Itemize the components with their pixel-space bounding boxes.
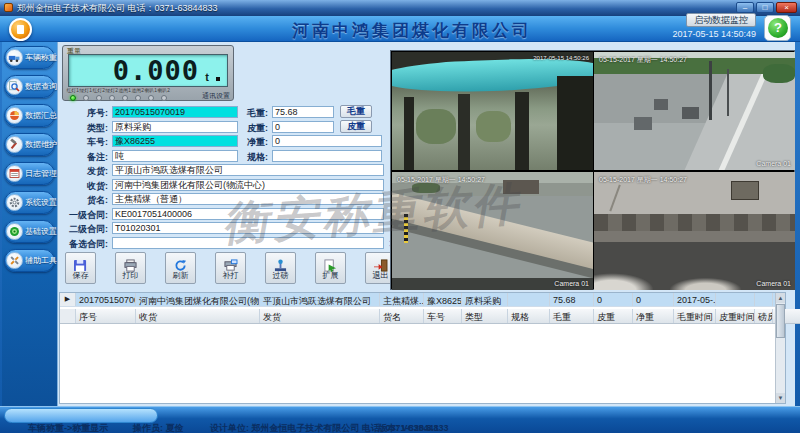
sidebar-item-data-query[interactable]: 数据查询 bbox=[4, 75, 55, 98]
statusbar: 车辆称重->称重显示 操作员: 夏俭 设计单位: 郑州金恒电子技术有限公司 电话… bbox=[0, 406, 800, 433]
status-operator: 操作员: 夏俭 bbox=[133, 422, 184, 433]
sidebar-item-basic-settings[interactable]: 基础设置 bbox=[4, 220, 55, 243]
table-cell: 序号 bbox=[76, 309, 136, 323]
company-title: 河南中鸿集团煤化有限公司 bbox=[292, 19, 532, 42]
pie-chart-icon bbox=[6, 107, 23, 124]
table-cell: 毛重 bbox=[550, 309, 594, 323]
table-cell: 车号 bbox=[424, 309, 462, 323]
start-monitor-button[interactable]: 启动数据监控 bbox=[686, 13, 756, 27]
receiver-label: 收货: bbox=[50, 180, 108, 193]
indicator-label: 喇叭2 bbox=[157, 87, 169, 94]
indicator-喇叭2: 喇叭2 bbox=[157, 86, 170, 101]
titlebar-title: 郑州金恒电子技术有限公司 电话：0371-63844833 bbox=[17, 2, 218, 15]
contract1-label: 一级合同: bbox=[50, 209, 108, 222]
sidebar-item-label: 车辆称重 bbox=[25, 52, 57, 63]
titlebar: 郑州金恒电子技术有限公司 电话：0371-63844833 – □ × bbox=[0, 0, 800, 16]
truck-no-label: 车号: bbox=[50, 136, 108, 149]
scroll-up-icon[interactable]: ▲ bbox=[776, 293, 785, 303]
close-button[interactable]: × bbox=[776, 2, 797, 13]
status-nav: 车辆称重->称重显示 bbox=[28, 422, 108, 433]
print-button[interactable]: 打印 bbox=[115, 252, 146, 284]
indicator-label: 喇叭1 bbox=[144, 87, 156, 94]
gross-field[interactable]: 75.68 bbox=[272, 106, 334, 118]
table-cell: 0 bbox=[633, 293, 674, 306]
indicator-light bbox=[148, 95, 154, 101]
scrollbar-thumb[interactable] bbox=[776, 304, 785, 338]
net-field[interactable]: 0 bbox=[272, 135, 382, 147]
indicator-label: 道闸1 bbox=[118, 87, 130, 94]
indicator-道闸2: 道闸2 bbox=[131, 86, 144, 101]
table-row[interactable]: ▶20170515070019河南中鸿集团煤化有限公司(物流中心)平顶山市鸿跃选… bbox=[60, 293, 785, 307]
expand-button-label: 扩展 bbox=[316, 272, 345, 280]
sidebar: 车辆称重 数据查询 数据汇总 数据维护 日志管理 系统设置 基础设置 辅助工具 bbox=[2, 42, 57, 429]
scroll-down-icon[interactable]: ▼ bbox=[776, 393, 785, 403]
tare-field[interactable]: 0 bbox=[272, 121, 334, 133]
scene-layer-trees bbox=[763, 64, 795, 83]
table-header: 序号收货发货货名车号类型规格毛重皮重净重毛重时间皮重时间磅房1 bbox=[60, 309, 800, 324]
contract-alt-field[interactable] bbox=[112, 237, 384, 249]
expand-button[interactable]: 扩展 bbox=[315, 252, 346, 284]
table-cell: 磅房1 bbox=[755, 309, 773, 323]
indicator-label: 红灯2 bbox=[92, 87, 104, 94]
table-cell: 规格 bbox=[508, 309, 550, 323]
indicator-light bbox=[83, 95, 89, 101]
shipper-field[interactable]: 平顶山市鸿跃选煤有限公司 bbox=[112, 164, 384, 176]
weigh-button[interactable]: 过磅 bbox=[265, 252, 296, 284]
sidebar-item-vehicle-weighing[interactable]: 车辆称重 bbox=[4, 46, 55, 69]
vertical-scrollbar[interactable]: ▲ ▼ bbox=[775, 293, 785, 403]
maximize-button[interactable]: □ bbox=[756, 2, 774, 13]
save-button[interactable]: 保存 bbox=[65, 252, 96, 284]
indicator-红灯2: 红灯2 bbox=[92, 86, 105, 101]
row-selector-cell bbox=[60, 309, 76, 323]
camera-tile-4[interactable]: 05-15-2017 星期一 14:50:27 Camera 01 bbox=[594, 172, 795, 290]
net-label: 净重: bbox=[210, 136, 268, 149]
camera-tile-2[interactable]: 05-15-2017 星期一 14:50:27 Camera 01 bbox=[594, 52, 795, 170]
scene-layer bbox=[515, 92, 529, 170]
receiver-field[interactable]: 河南中鸿集团煤化有限公司(物流中心) bbox=[112, 179, 384, 191]
table-cell: 75.68 bbox=[550, 293, 594, 306]
exit-door-icon bbox=[373, 259, 388, 272]
indicator-label: 红灯1 bbox=[66, 87, 78, 94]
gross-weigh-button[interactable]: 毛重 bbox=[340, 105, 372, 118]
minimize-button[interactable]: – bbox=[736, 2, 754, 13]
contract-alt-label: 备选合同: bbox=[50, 238, 108, 251]
seq-label: 序号: bbox=[50, 107, 108, 120]
sidebar-item-log-management[interactable]: 日志管理 bbox=[4, 162, 55, 185]
scene-layer-block bbox=[634, 117, 652, 130]
reprint-button[interactable]: 补打 bbox=[215, 252, 246, 284]
contract2-field[interactable]: T01020301 bbox=[112, 222, 384, 234]
scene-layer bbox=[557, 76, 593, 170]
scene-layer-gravel bbox=[594, 214, 795, 231]
crossed-wrenches-icon bbox=[6, 252, 23, 269]
table-cell: 收货 bbox=[136, 309, 260, 323]
sidebar-item-system-settings[interactable]: 系统设置 bbox=[4, 191, 55, 214]
sidebar-item-aux-tools[interactable]: 辅助工具 bbox=[4, 249, 55, 272]
truck-icon bbox=[6, 49, 23, 66]
tare-weigh-button[interactable]: 皮重 bbox=[340, 120, 372, 133]
remark-label: 备注: bbox=[50, 151, 108, 164]
camera-panel: 2017-05-15 14:50:26 05-15-2017 星期一 14:50… bbox=[390, 50, 795, 290]
indicator-label: 绿灯2 bbox=[105, 87, 117, 94]
help-button[interactable]: ? bbox=[764, 15, 791, 41]
tare-label: 皮重: bbox=[210, 122, 268, 135]
refresh-button[interactable]: 刷新 bbox=[165, 252, 196, 284]
table-cell: 主焦精煤... bbox=[380, 293, 424, 306]
table-cell: 毛重时间 bbox=[674, 309, 716, 323]
camera3-timestamp: 05-15-2017 星期一 14:50:27 bbox=[397, 175, 485, 185]
indicator-light bbox=[96, 95, 102, 101]
scene-layer-trees bbox=[476, 111, 510, 142]
type-label: 类型: bbox=[50, 122, 108, 135]
contract1-field[interactable]: KE0017051400006 bbox=[112, 208, 384, 220]
camera-tile-1[interactable]: 2017-05-15 14:50:26 bbox=[392, 52, 593, 170]
scene-layer-block bbox=[682, 107, 698, 119]
goods-field[interactable]: 主焦精煤（普通） bbox=[112, 193, 384, 205]
weight-display: 0.000 t bbox=[68, 54, 228, 87]
sidebar-item-data-maintenance[interactable]: 数据维护 bbox=[4, 133, 55, 156]
table-cell: 2017-05-... bbox=[674, 293, 716, 306]
sidebar-item-data-summary[interactable]: 数据汇总 bbox=[4, 104, 55, 127]
scene-layer-pole bbox=[709, 61, 712, 120]
table-cell: 皮重时间 bbox=[716, 309, 755, 323]
camera-tile-3[interactable]: 05-15-2017 星期一 14:50:27 Camera 01 bbox=[392, 172, 593, 290]
spec-field[interactable] bbox=[272, 150, 382, 162]
comm-settings-link[interactable]: 通讯设置 bbox=[202, 91, 230, 101]
